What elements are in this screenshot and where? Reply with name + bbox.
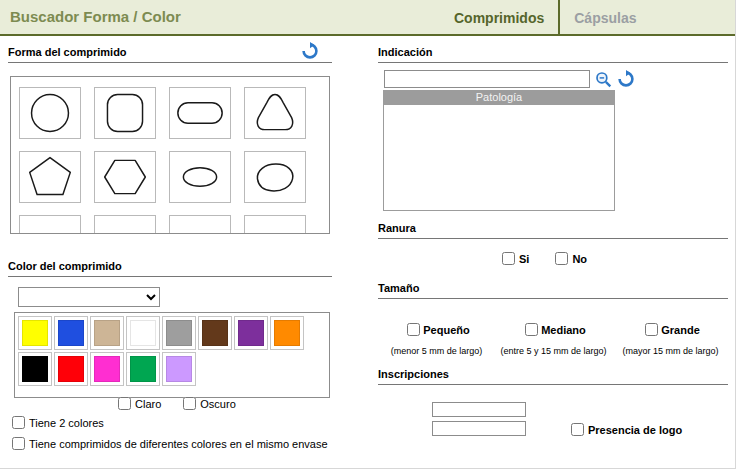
swatch-fill [130,320,156,346]
shade-options: Claro Oscuro [118,397,236,410]
indication-search-input[interactable] [384,70,590,88]
section-title-forma: Forma del comprimido [8,46,332,63]
color-swatch-blanco[interactable] [126,316,160,350]
page-title: Buscador Forma / Color [10,8,181,25]
ranura-options: Si No [502,252,587,265]
refresh-icon [617,70,635,88]
color-swatch-morado[interactable] [234,316,268,350]
inscription-input-2[interactable] [432,421,526,436]
swatch-fill [58,320,84,346]
shape-option-hexagon[interactable] [94,151,156,203]
two-colors-checkbox[interactable] [12,416,25,429]
ellipse-icon [171,153,229,201]
refresh-icon [301,42,319,60]
shape-option-more[interactable] [94,215,156,234]
oscuro-checkbox[interactable] [183,397,196,410]
swatch-fill [166,320,192,346]
size-option-grande: Grande (mayor 15 mm de largo) [612,320,729,356]
pentagon-icon [21,153,79,201]
swatch-grid [15,313,329,389]
swatch-fill [94,356,120,382]
color-dropdown[interactable] [18,287,160,307]
logo-label: Presencia de logo [588,424,682,436]
shape-option-capsule[interactable] [169,87,231,139]
zoom-out-magnifier-icon [595,71,612,88]
color-swatch-verde[interactable] [126,352,160,386]
color-swatch-magenta[interactable] [90,352,124,386]
refresh-shapes-button[interactable] [301,42,319,60]
mixed-package-label: Tiene comprimidos de diferentes colores … [29,438,328,450]
swatch-fill [130,356,156,382]
color-swatch-panel[interactable] [14,312,330,398]
shape-option-rounded-square[interactable] [94,87,156,139]
ranura-no-checkbox[interactable] [555,252,568,265]
grande-checkbox[interactable] [645,323,658,336]
claro-label: Claro [135,398,161,410]
mediano-sublabel: (entre 5 y 15 mm de largo) [500,346,606,356]
swatch-fill [202,320,228,346]
logo-row: Presencia de logo [571,423,682,436]
color-swatch-negro[interactable] [18,352,52,386]
shape-option-oval[interactable] [244,151,306,203]
rounded-square-icon [96,89,154,137]
mixed-package-row: Tiene comprimidos de diferentes colores … [12,437,328,450]
color-swatch-rojo[interactable] [54,352,88,386]
swatch-fill [238,320,264,346]
swatch-fill [166,356,192,382]
refresh-indication-button[interactable] [617,70,635,88]
oval-icon [246,153,304,201]
pathology-list[interactable] [383,105,615,211]
indication-search-row [384,70,635,88]
pequeno-sublabel: (menor 5 mm de largo) [391,346,483,356]
circle-icon [21,89,79,137]
color-swatch-naranja[interactable] [270,316,304,350]
tab-capsulas[interactable]: Cápsulas [560,0,650,36]
shape-option-pentagon[interactable] [19,151,81,203]
pequeno-label: Pequeño [423,324,469,336]
section-title-indicacion: Indicación [378,46,728,63]
app-header: Buscador Forma / Color Comprimidos Cápsu… [0,0,736,36]
grande-label: Grande [661,324,700,336]
pathology-table: Patología [383,90,615,211]
search-button[interactable] [595,71,612,88]
swatch-fill [58,356,84,382]
ranura-si-checkbox[interactable] [502,252,515,265]
size-option-mediano: Mediano (entre 5 y 15 mm de largo) [495,320,612,356]
claro-checkbox[interactable] [118,397,131,410]
shape-option-more[interactable] [169,215,231,234]
oscuro-label: Oscuro [200,398,235,410]
color-swatch-amarillo[interactable] [18,316,52,350]
rounded-triangle-icon [246,89,304,137]
color-swatch-azul[interactable] [54,316,88,350]
mediano-label: Mediano [541,324,586,336]
section-title-inscripciones: Inscripciones [378,368,728,385]
section-title-tamano: Tamaño [378,282,728,299]
shape-option-circle[interactable] [19,87,81,139]
capsule-icon [171,89,229,137]
swatch-fill [22,356,48,382]
shape-option-ellipse[interactable] [169,151,231,203]
shape-option-more[interactable] [19,215,81,234]
inscription-input-1[interactable] [432,402,526,417]
pequeno-checkbox[interactable] [407,323,420,336]
shape-option-rounded-triangle[interactable] [244,87,306,139]
size-option-pequeno: Pequeño (menor 5 mm de largo) [378,320,495,356]
color-swatch-beige[interactable] [90,316,124,350]
color-swatch-gris[interactable] [162,316,196,350]
ranura-no-label: No [572,253,587,265]
buscador-page: Buscador Forma / Color Comprimidos Cápsu… [0,0,736,469]
ranura-si-label: Si [519,253,529,265]
two-colors-row: Tiene 2 colores [12,416,104,429]
color-swatch-lila[interactable] [162,352,196,386]
shape-list-panel[interactable] [10,76,330,234]
mixed-package-checkbox[interactable] [12,437,25,450]
logo-checkbox[interactable] [571,423,584,436]
inscription-inputs [432,402,526,436]
size-options: Pequeño (menor 5 mm de largo) Mediano (e… [378,320,730,356]
color-swatch-marron[interactable] [198,316,232,350]
tab-comprimidos[interactable]: Comprimidos [440,0,558,36]
swatch-fill [22,320,48,346]
hexagon-icon [96,153,154,201]
shape-option-more[interactable] [244,215,306,234]
mediano-checkbox[interactable] [525,323,538,336]
